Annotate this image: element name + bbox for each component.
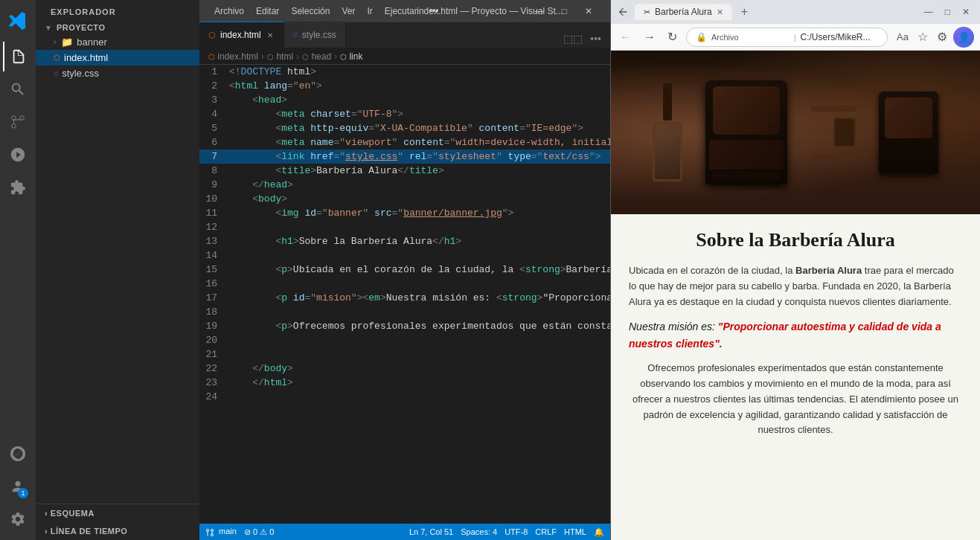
split-editor-icon[interactable]: ⬚⬚ — [560, 30, 586, 48]
code-line-24: 24 — [199, 390, 610, 404]
left-chair-group — [653, 83, 682, 181]
code-editor[interactable]: 1 <!DOCTYPE html> 2 <html lang="en"> 3 <… — [199, 65, 610, 524]
code-line-10: 10 <body> — [199, 192, 610, 206]
menu-archivo[interactable]: Archivo — [208, 3, 250, 19]
browser-close-window[interactable]: ✕ — [958, 5, 974, 19]
browser-minimize[interactable]: — — [920, 5, 938, 19]
settings-button[interactable]: ⚙ — [934, 28, 950, 45]
tab-index-html-label: index.html — [220, 30, 261, 40]
tab-css-icon: # — [293, 30, 298, 39]
page-heading: Sobre la Barbería Alura — [629, 229, 962, 251]
files-icon[interactable] — [3, 42, 33, 71]
browser-content[interactable]: Sobre la Barbería Alura Ubicada en el co… — [611, 51, 980, 540]
reader-mode-button[interactable]: Aa — [894, 30, 912, 44]
remote-icon[interactable] — [3, 439, 33, 469]
code-line-3: 3 <head> — [199, 93, 610, 107]
menu-seleccion[interactable]: Selección — [285, 3, 336, 19]
more-actions-icon[interactable]: ••• — [587, 30, 604, 48]
activity-bar: 1 — [0, 0, 36, 540]
account-icon[interactable]: 1 — [3, 472, 33, 501]
code-line-14: 14 — [199, 248, 610, 263]
breadcrumb-index-html[interactable]: ⬡ index.html — [208, 51, 258, 62]
forward-button[interactable]: → — [641, 29, 659, 45]
profile-avatar[interactable]: 👤 — [953, 27, 974, 48]
git-branch[interactable]: main — [205, 527, 237, 536]
tab-close-html[interactable]: ✕ — [266, 30, 275, 40]
menu-ver[interactable]: Ver — [336, 3, 361, 19]
code-line-2: 2 <html lang="en"> — [199, 79, 610, 93]
search-icon[interactable] — [3, 74, 33, 104]
notifications-icon[interactable]: 🔔 — [594, 527, 604, 537]
code-line-22: 22 </body> — [199, 361, 610, 376]
main-chair — [705, 80, 787, 184]
breadcrumb-html[interactable]: ⬡ html — [267, 51, 293, 62]
hero-inner — [611, 51, 980, 214]
extensions-icon[interactable] — [3, 173, 33, 202]
menu-ir[interactable]: Ir — [361, 3, 378, 19]
svg-point-1 — [12, 116, 16, 120]
chair-back — [713, 86, 780, 135]
menu-editar[interactable]: Editar — [250, 3, 285, 19]
schema-section[interactable]: › ESQUEMA — [36, 504, 199, 522]
chair-seat — [709, 140, 784, 170]
drawer — [833, 118, 856, 147]
address-bar[interactable]: 🔒 Archivo | C:/Users/MikeR... — [686, 28, 888, 47]
code-line-7: 7 <link href="style.css" rel="stylesheet… — [199, 150, 610, 164]
source-control-icon[interactable] — [3, 107, 33, 137]
barber-scene — [611, 51, 980, 214]
center-chair-group — [705, 80, 787, 184]
window-title: index.html — Proyecto — Visual St... — [417, 6, 563, 16]
breadcrumb-head[interactable]: ⬡ head — [302, 51, 331, 62]
breadcrumb-link[interactable]: ⬡ link — [340, 51, 362, 62]
settings-icon[interactable] — [3, 504, 33, 534]
expand-arrow: ▼ — [45, 24, 52, 32]
html-file-icon: ⬡ — [54, 54, 60, 62]
timeline-section[interactable]: › LÍNEA DE TIEMPO — [36, 522, 199, 540]
code-line-17: 17 <p id="mision"><em>Nuestra misión es:… — [199, 291, 610, 305]
status-right: Ln 7, Col 51 Spaces: 4 UTF-8 CRLF HTML 🔔 — [409, 527, 604, 537]
close-button[interactable]: ✕ — [576, 3, 601, 19]
file-style-css[interactable]: # style.css — [36, 65, 199, 81]
file-index-html[interactable]: ⬡ index.html — [36, 50, 199, 65]
sidebar-title: EXPLORADOR — [36, 0, 199, 21]
para1-strong: Barbería Alura — [795, 265, 862, 276]
shelf-top — [811, 106, 856, 112]
page-mission: Nuestra misión es: "Proporcionar autoest… — [629, 318, 962, 352]
para1-prefix: Ubicada en el corazón de la ciudad, la — [629, 265, 795, 276]
tab-index-html[interactable]: ⬡ index.html ✕ — [199, 22, 284, 48]
browser-active-tab[interactable]: ✂ Barbería Alura ✕ — [635, 4, 732, 20]
encoding-indicator[interactable]: UTF-8 — [505, 527, 528, 536]
debug-icon[interactable] — [3, 140, 33, 170]
new-tab-button[interactable]: + — [735, 4, 754, 20]
project-root[interactable]: ▼ PROYECTO — [36, 21, 199, 34]
back-button[interactable]: ← — [617, 29, 635, 45]
line-ending-indicator[interactable]: CRLF — [535, 527, 557, 536]
mission-prefix: Nuestra misión es: — [629, 321, 718, 332]
cursor-position[interactable]: Ln 7, Col 51 — [409, 527, 453, 536]
index-html-label: index.html — [64, 52, 108, 63]
activity-bar-bottom: 1 — [3, 439, 33, 540]
tab-bar: ⬡ index.html ✕ # style.css ⬚⬚ ••• — [199, 22, 610, 48]
tab-style-css[interactable]: # style.css — [284, 22, 346, 48]
folder-banner[interactable]: › 📁 banner — [36, 34, 199, 50]
right-chair — [879, 91, 938, 173]
browser-tab-close[interactable]: ✕ — [717, 7, 723, 17]
breadcrumb-sep-3: › — [334, 51, 337, 62]
reload-button[interactable]: ↻ — [664, 28, 680, 45]
spaces-indicator[interactable]: Spaces: 4 — [461, 527, 497, 536]
code-line-18: 18 — [199, 305, 610, 319]
code-line-19: 19 <p>Ofrecemos profesionales experiment… — [199, 319, 610, 333]
browser-back-btn[interactable] — [617, 6, 629, 18]
status-left: main ⊘ 0 ⚠ 0 — [205, 527, 274, 536]
browser-maximize[interactable]: □ — [941, 5, 955, 19]
sidebar-bottom: › ESQUEMA › LÍNEA DE TIEMPO — [36, 504, 199, 540]
language-indicator[interactable]: HTML — [564, 527, 586, 536]
code-line-1: 1 <!DOCTYPE html> — [199, 65, 610, 79]
code-line-13: 13 <h1>Sobre la Barbería Alura</h1> — [199, 234, 610, 248]
svg-point-0 — [12, 124, 16, 129]
mirror-pole — [663, 83, 672, 120]
breadcrumb-sep-2: › — [296, 51, 299, 62]
code-line-12: 12 — [199, 220, 610, 234]
favorites-button[interactable]: ☆ — [915, 28, 931, 45]
error-count[interactable]: ⊘ 0 ⚠ 0 — [244, 527, 274, 537]
